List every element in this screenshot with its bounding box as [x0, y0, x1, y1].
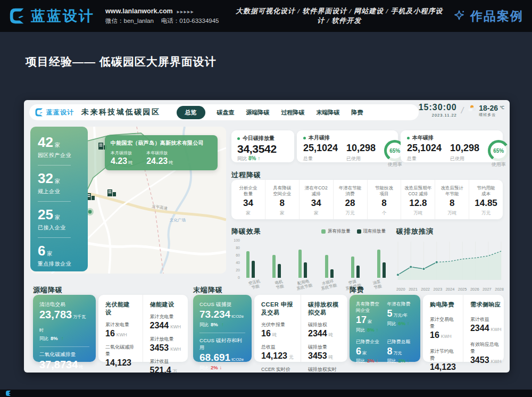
year-emission-card: 本年碳排 25,1024总量 10,298已使用 65% 使用率: [401, 130, 503, 162]
fee-stat: 具有降费空间企业 17家 同比8% ↑: [356, 301, 383, 334]
company-name: 中能国宏（葫芦岛）高新技术有限公司: [111, 139, 212, 147]
stat-connected-enterprises: 25家 已接入企业: [38, 208, 80, 231]
site-logo[interactable]: 蓝蓝设计: [9, 6, 95, 26]
process-stat: 年潜在节能 消费28万元: [334, 180, 368, 219]
process-stat: 具有降碳 空间企业8家: [265, 180, 300, 219]
terminal-section-title: 末端降碳: [193, 285, 223, 295]
today-emission-title: 今日碳排放量: [243, 135, 275, 142]
divider: [38, 237, 71, 238]
tab-fee-reduction[interactable]: 降费: [352, 109, 363, 117]
dashboard-logo-text: 蓝蓝设计: [46, 108, 74, 117]
clock-date: 2023.11.22: [419, 113, 457, 118]
stat-above-scale-enterprises: 32家 规上企业: [38, 171, 80, 195]
fee-section-title: 降费: [350, 285, 364, 295]
lanlan-logo-icon: [5, 390, 12, 396]
lanlan-logo-icon: [9, 7, 27, 25]
clock-widget: 15:30:00 2023.11.22 / 18-26 ℃ 晴转多云: [419, 103, 504, 118]
area-chart-plot: [396, 241, 503, 283]
dashboard-header: 蓝蓝设计 未来科技城低碳园区 总览 碳盘查 源端降碳 过程降碳 末端降碳 降费: [29, 104, 419, 120]
usage-gauge: 65%: [488, 140, 509, 161]
services-list: 大数据可视化设计 / 软件界面设计 / 网站建设 / 手机及小程序设计 / 软件…: [234, 6, 445, 26]
clock-time: 15:30:00: [419, 103, 457, 112]
up-arrow-icon: ↑: [407, 358, 410, 363]
site-footer: [0, 390, 532, 397]
green-dot-icon: [303, 137, 306, 139]
source-gradient-card: 清洁电交易 23,783万千瓦时 同比8% ↑ 二氧化碳减排量 37,8734吨…: [33, 295, 96, 362]
fee-gradient-card: 具有降费空间企业 17家 同比8% ↑ 年潜在降费 5万元/年 同比6% ↑ 已…: [350, 295, 420, 362]
up-arrow-icon: ↑: [221, 321, 224, 327]
tab-carbon-audit[interactable]: 碳盘查: [217, 109, 235, 117]
tab-terminal-reduction[interactable]: 末端降碳: [317, 109, 340, 117]
fee-detail-card: 购电降费 累计交易电量16KWH 累计节约电费14,123吨co2 需求侧响应 …: [423, 295, 504, 362]
header-contact-info: www.lanlanwork.com▸▸▸▸▸ 微信：ben_lanlan电话：…: [105, 6, 226, 26]
process-stat: 潜在年CO2 减排34家: [300, 180, 334, 219]
temperature: 18-26: [479, 104, 498, 112]
wechat-text: 微信：ben_lanlan: [105, 18, 154, 24]
process-stat: 分析企业 数量34家: [231, 180, 265, 219]
process-stat: 节约用能 成本14.85万元: [469, 180, 503, 219]
month-emission-title: 本月碳排: [309, 134, 330, 142]
green-dot-icon: [237, 137, 240, 140]
down-arrow-icon: ↓: [376, 358, 378, 363]
fee-stat: 年潜在降费 5万元/年 同比6% ↑: [387, 301, 414, 334]
source-section-title: 源端降碳: [33, 285, 63, 295]
weather-text: 晴转多云: [479, 112, 496, 118]
area-chart-xlabels: 202020212022202320242025202620272028: [396, 287, 504, 292]
process-stat: 改造后预计 年节能8万吨: [435, 180, 469, 219]
demand-response-column: 需求侧响应 累计收益2344KWH 有效响应总电量3453KWH: [463, 295, 508, 362]
arrows-icon: ▸▸▸▸▸: [177, 9, 195, 14]
divider: [200, 333, 245, 333]
year-emission-title: 本年碳排: [412, 134, 434, 142]
tab-overview[interactable]: 总览: [177, 106, 205, 119]
dashboard-tabs: 总览 碳盘查 源端降碳 过程降碳 末端降碳 降费: [177, 106, 363, 119]
dashboard-screenshot: 蓝蓝设计 未来科技城低碳园区 总览 碳盘查 源端降碳 过程降碳 末端降碳 降费 …: [24, 100, 510, 373]
up-arrow-icon: ↑: [407, 320, 410, 326]
map-place-label: 文化广场: [170, 218, 186, 222]
process-section-title: 过程降碳: [231, 170, 261, 180]
site-logo-text: 蓝蓝设计: [31, 6, 95, 26]
fee-stat: 已降费企业 6家 同比2% ↓: [356, 339, 383, 365]
tab-process-reduction[interactable]: 过程降碳: [281, 109, 305, 117]
today-emission-value: 34,3542: [237, 142, 288, 155]
weather-widget: 18-26 ℃ 晴转多云: [468, 104, 504, 118]
reduction-effect-chart: 降碳效果 原有排放量现有排放量 020406080100 空压机 节能电机 节能…: [231, 227, 386, 290]
green-dot-icon: [407, 137, 410, 139]
dashboard-title: 未来科技城低碳园区: [81, 107, 161, 117]
storage-construction-column: 储能建设 累计充电量2344KWH 累计放电量3453KWH 累计收益521.4…: [143, 295, 188, 362]
divider: [38, 201, 71, 202]
source-detail-card: 光伏能建设 累计发电量16KWH 二氧化碳减排量14,123吨co2 累计收益2…: [98, 295, 188, 362]
up-arrow-icon: ↑: [257, 155, 260, 161]
fee-stat: 已降费总额 8万元 同比2% ↑: [387, 339, 414, 365]
stat-invested-enterprises: 42家 园区投产企业: [38, 135, 80, 159]
emission-projection-chart: 碳排放推演 2020202120222023202420252026202720…: [396, 227, 504, 292]
page-body: 项目经验—— 低碳园区大屏界面设计 蓝蓝设计 未来科技城低碳园区 总览 碳盘查 …: [0, 32, 532, 390]
phone-text: 电话：010-63334945: [161, 18, 219, 24]
year-emission-label: 本年碳排放: [146, 150, 173, 156]
bar-chart-plot: 020406080100: [242, 241, 386, 278]
sun-cloud-icon: [468, 104, 477, 112]
carbon-quota-column: 碳排放权模拟交易 碳排放权2344吨 碳排放量3453吨 碳排放权实时价格68元…: [301, 295, 347, 362]
bar-chart-xlabels: 空压机 节能电机 节能配用电 系统节能水循环 系统节能空调 系统节能油泵 节能: [244, 280, 386, 290]
divider: [39, 346, 89, 347]
terminal-gradient-card: CCUS 碳捕捉 73.234tCO2e 同比8% ↑ CCUS 碳封存和利用 …: [193, 295, 252, 362]
tab-source-reduction[interactable]: 源端降碳: [246, 109, 270, 117]
area-chart-title: 碳排放推演: [396, 227, 434, 236]
pv-construction-column: 光伏能建设 累计发电量16KWH 二氧化碳减排量14,123吨co2 累计收益2…: [98, 295, 143, 362]
up-arrow-icon: ↑: [376, 327, 378, 333]
process-stat: 节能技改 项目8个: [368, 180, 402, 219]
ccer-column: CCER 申报及交易 光伏申报量16吨 总收益14,123元 CCER 实时价格…: [254, 295, 301, 362]
portfolio-button[interactable]: 作品案例: [452, 8, 523, 24]
process-stats-card: 分析企业 数量34家 具有降碳 空间企业8家 潜在年CO2 减排34家 年潜在节…: [231, 180, 503, 219]
sparkle-icon: [452, 9, 466, 23]
bar-chart-legend: 原有排放量现有排放量: [321, 228, 386, 235]
enterprise-stats-sidebar: 42家 园区投产企业 32家 规上企业 25家 已接入企业 6家 重点排放企业: [30, 127, 88, 271]
website-link[interactable]: www.lanlanwork.com: [105, 7, 173, 15]
power-purchase-column: 购电降费 累计交易电量16KWH 累计节约电费14,123吨co2: [423, 295, 463, 362]
month-emission-label: 本月碳排放: [111, 150, 132, 156]
terminal-detail-card: CCER 申报及交易 光伏申报量16吨 总收益14,123元 CCER 实时价格…: [254, 295, 347, 362]
process-stat: 改造后预期年 CO2 减排12.8万吨: [401, 180, 435, 219]
up-arrow-icon: ↑: [61, 335, 64, 341]
today-emission-card: 今日碳排放量 34,3542 同比8% ↑: [231, 130, 294, 162]
temperature-unit: ℃: [500, 105, 504, 110]
page-title: 项目经验—— 低碳园区大屏界面设计: [26, 54, 217, 69]
